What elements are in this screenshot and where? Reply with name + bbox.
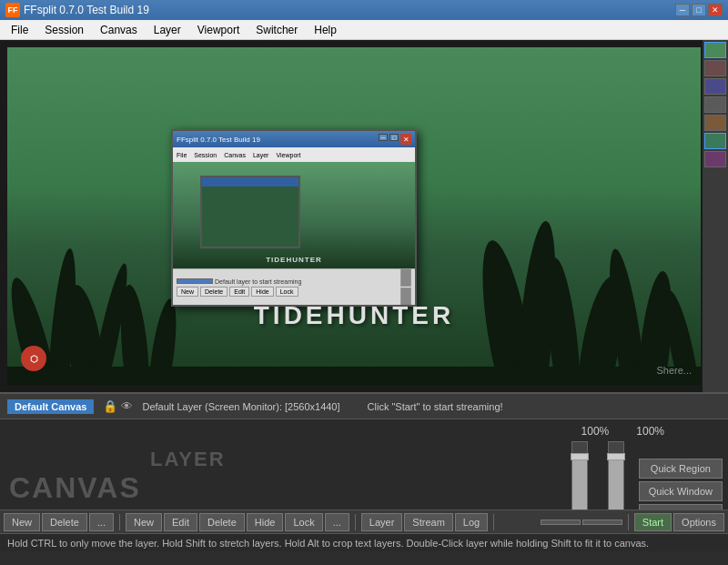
toolbar-separator-1 — [119, 514, 120, 530]
close-button[interactable]: ✕ — [708, 4, 723, 16]
inner-delete-btn[interactable]: Delete — [200, 287, 228, 297]
menu-layer[interactable]: Layer — [147, 22, 188, 38]
layer-big-label: LAYER — [150, 448, 226, 470]
thumbnail-4[interactable] — [704, 96, 726, 113]
out-volume-thumb[interactable] — [571, 453, 589, 460]
inner-lock-btn[interactable]: Lock — [276, 287, 298, 297]
out-pct-label: 100% — [581, 425, 610, 438]
left-labels: CANVAS — [0, 419, 141, 510]
mic-volume-thumb[interactable] — [607, 453, 625, 460]
out-volume-track[interactable] — [571, 441, 588, 510]
inner-window-titlebar: FFsplit 0.7.0 Test Build 19 ─ □ ✕ — [173, 131, 415, 147]
menu-session[interactable]: Session — [37, 22, 91, 38]
title-bar-title: FFsplit 0.7.0 Test Build 19 — [24, 4, 149, 16]
layer-delete-button[interactable]: Delete — [199, 513, 245, 531]
inner-bottom-panel: Default layer to start streaming New Del… — [173, 268, 415, 305]
thumbnail-6[interactable] — [704, 133, 726, 149]
streaming-hint-text: Click "Start" to start streaming! — [368, 401, 503, 412]
quick-buttons: Quick Region Quick Window Quick Text — [633, 451, 728, 510]
svg-rect-14 — [7, 367, 701, 385]
thumbnail-7[interactable] — [704, 151, 726, 167]
menu-bar: File Session Canvas Layer Viewport Switc… — [0, 20, 728, 40]
canvas-more-button[interactable]: ... — [89, 513, 114, 531]
inner-mini-menu: File Session Canvas Layer Viewport — [173, 147, 415, 162]
canvas-label: Default Canvas — [7, 399, 94, 414]
status-bar: Hold CTRL to only move the layer. Hold S… — [0, 533, 728, 551]
eye-icon[interactable]: 👁 — [121, 399, 133, 413]
layer-lock-button[interactable]: Lock — [285, 513, 322, 531]
mic-pct-label: 100% — [636, 425, 664, 438]
inner-new-btn[interactable]: New — [177, 287, 198, 297]
dota-logo: ⬡ — [21, 346, 46, 371]
canvas-new-button[interactable]: New — [4, 513, 40, 531]
bottom-panel: Default Canvas 🔒 👁 Default Layer (Screen… — [0, 392, 728, 551]
mic-slider-container: MIC — [607, 441, 623, 510]
inner-slider-out[interactable] — [400, 268, 411, 287]
layer-hide-button[interactable]: Hide — [247, 513, 284, 531]
inner-hide-btn[interactable]: Hide — [251, 287, 273, 297]
inner-content: File Session Canvas Layer Viewport TIDEH… — [173, 147, 415, 305]
menu-file[interactable]: File — [4, 22, 35, 38]
thumbnail-3[interactable] — [704, 78, 726, 95]
thumbnail-5[interactable] — [704, 115, 726, 131]
grass-background: FFsplit 0.7.0 Test Build 19 ─ □ ✕ File S… — [7, 47, 701, 385]
quick-region-button[interactable]: Quick Region — [639, 459, 723, 479]
canvas-viewport: FFsplit 0.7.0 Test Build 19 ─ □ ✕ File S… — [7, 47, 701, 385]
inner-canvas-preview: TIDEHUNTER — [173, 162, 415, 268]
quick-text-button[interactable]: Quick Text — [639, 504, 723, 510]
start-button[interactable]: Start — [634, 513, 672, 531]
info-bar: Default Canvas 🔒 👁 Default Layer (Screen… — [0, 394, 728, 419]
title-bar-left: FF FFsplit 0.7.0 Test Build 19 — [5, 3, 149, 17]
layer-edit-button[interactable]: Edit — [164, 513, 197, 531]
mic-volume-fill — [609, 457, 623, 510]
toolbar-separator-4 — [628, 514, 629, 530]
innermost-window — [200, 176, 300, 248]
layer-new-button[interactable]: New — [126, 513, 162, 531]
canvas-area: FFsplit 0.7.0 Test Build 19 ─ □ ✕ File S… — [0, 40, 728, 392]
menu-canvas[interactable]: Canvas — [93, 22, 145, 38]
layer-info-text: Default Layer (Screen Monitor): [2560x14… — [142, 401, 339, 412]
inner-menu-viewport: Viewport — [276, 152, 300, 158]
inner-menu-canvas: Canvas — [224, 152, 246, 158]
inner-edit-btn[interactable]: Edit — [229, 287, 249, 297]
canvas-big-label: CANVAS — [9, 473, 132, 502]
bottom-content: CANVAS LAYER 100% 100% — [0, 419, 728, 510]
layer-tab-button[interactable]: Layer — [361, 513, 403, 531]
tidehunter-heading: TIDEHUNTER — [7, 301, 701, 330]
quick-window-button[interactable]: Quick Window — [639, 481, 723, 501]
toolbar-separator-3 — [493, 514, 494, 530]
menu-viewport[interactable]: Viewport — [190, 22, 247, 38]
stream-tab-button[interactable]: Stream — [404, 513, 452, 531]
out-slider-container: OUT — [570, 441, 589, 510]
inner-maximize-btn[interactable]: □ — [389, 134, 399, 141]
inner-progress — [177, 278, 213, 284]
controls-row: OUT MIC Quick Region Quick Window — [561, 438, 728, 510]
mic-mute-button[interactable] — [582, 520, 622, 525]
inner-window: FFsplit 0.7.0 Test Build 19 ─ □ ✕ File S… — [171, 129, 417, 307]
canvas-delete-button[interactable]: Delete — [42, 513, 87, 531]
layer-more-button[interactable]: ... — [325, 513, 349, 531]
pct-row: 100% 100% — [561, 419, 728, 438]
mic-volume-track[interactable] — [608, 441, 624, 510]
inner-close-btn[interactable]: ✕ — [400, 134, 411, 145]
right-bottom-section: 100% 100% OUT — [561, 419, 728, 510]
menu-help[interactable]: Help — [307, 22, 344, 38]
toolbar-separator-2 — [355, 514, 356, 530]
inner-menu-layer: Layer — [253, 152, 269, 158]
menu-switcher[interactable]: Switcher — [248, 22, 305, 38]
bottom-toolbar: New Delete ... New Edit Delete Hide Lock… — [0, 510, 728, 533]
sliders-area: OUT MIC — [561, 438, 632, 510]
minimize-button[interactable]: ─ — [675, 4, 690, 16]
status-text: Hold CTRL to only move the layer. Hold S… — [7, 538, 649, 549]
out-mute-button[interactable] — [541, 520, 581, 525]
thumbnail-2[interactable] — [704, 60, 726, 76]
options-button[interactable]: Options — [673, 513, 724, 531]
maximize-button[interactable]: □ — [692, 4, 706, 16]
thumbnail-1[interactable] — [704, 42, 726, 58]
innermost-content — [202, 187, 298, 247]
lock-icon[interactable]: 🔒 — [103, 399, 117, 413]
out-volume-fill — [572, 457, 587, 510]
log-tab-button[interactable]: Log — [455, 513, 488, 531]
title-bar-controls: ─ □ ✕ — [675, 4, 723, 16]
inner-minimize-btn[interactable]: ─ — [379, 134, 388, 141]
